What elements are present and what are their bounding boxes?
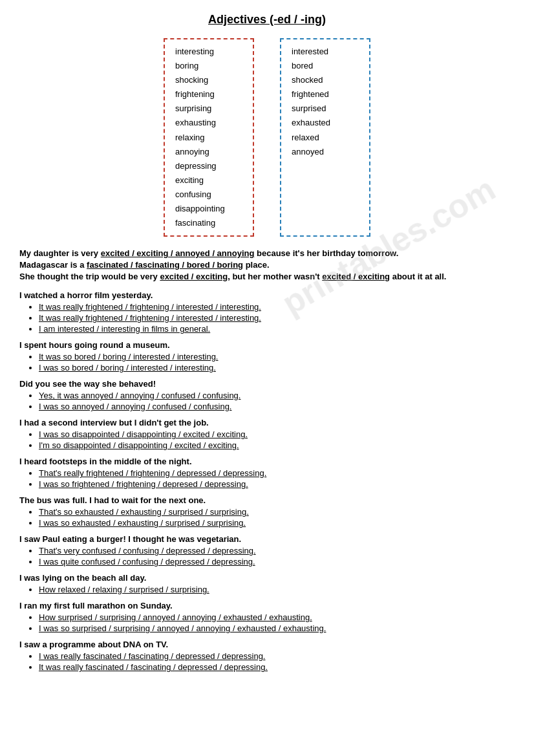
section-title-3: I had a second interview but I didn't ge…	[19, 418, 515, 427]
bullet-9-0: I was really fascinated / fascinating / …	[39, 651, 515, 661]
section-4: I heard footsteps in the middle of the n…	[19, 457, 515, 489]
bullet-7-0: How relaxed / relaxing / surprised / sur…	[39, 585, 515, 594]
section-6: I saw Paul eating a burger! I thought he…	[19, 534, 515, 567]
bullet-2-0: Yes, it was annoyed / annoying / confuse…	[39, 391, 515, 400]
ed-box: interestedboredshockedfrightenedsurprise…	[280, 38, 370, 237]
section-title-2: Did you see the way she behaved!	[19, 379, 515, 389]
ed-word: surprised	[292, 102, 359, 116]
ing-word: surprising	[175, 102, 242, 116]
section-list-0: It was really frightened / frightening /…	[39, 302, 515, 334]
ing-box: interestingboringshockingfrighteningsurp…	[164, 38, 254, 237]
ing-word: shocking	[175, 73, 242, 87]
page-title: Adjectives (-ed / -ing)	[19, 13, 515, 27]
ing-word: annoying	[175, 145, 242, 159]
section-5: The bus was full. I had to wait for the …	[19, 495, 515, 528]
section-list-7: How relaxed / relaxing / surprised / sur…	[39, 585, 515, 594]
ed-word: frightened	[292, 87, 359, 102]
section-9: I saw a programme about DNA on TV.I was …	[19, 640, 515, 672]
section-list-9: I was really fascinated / fascinating / …	[39, 651, 515, 672]
intro-sentence-2: Madagascar is a fascinated / fascinating…	[19, 260, 515, 270]
section-title-1: I spent hours going round a museum.	[19, 340, 515, 350]
section-list-4: That's really frightened / frightening /…	[39, 468, 515, 489]
section-7: I was lying on the beach all day.How rel…	[19, 573, 515, 594]
section-title-8: I ran my first full marathon on Sunday.	[19, 601, 515, 610]
section-title-4: I heard footsteps in the middle of the n…	[19, 457, 515, 466]
section-list-1: It was so bored / boring / interested / …	[39, 352, 515, 373]
bullet-5-0: That's so exhausted / exhausting / surpr…	[39, 507, 515, 517]
bullet-0-1: It was really frightened / frightening /…	[39, 313, 515, 323]
ed-word: relaxed	[292, 131, 359, 145]
bullet-1-1: I was so bored / boring / interested / i…	[39, 363, 515, 373]
section-list-2: Yes, it was annoyed / annoying / confuse…	[39, 391, 515, 411]
bullet-6-0: That's very confused / confusing / depre…	[39, 546, 515, 556]
bullet-3-1: I'm so disappointed / disappointing / ex…	[39, 440, 515, 450]
bullet-1-0: It was so bored / boring / interested / …	[39, 352, 515, 362]
bullet-3-0: I was so disappointed / disappointing / …	[39, 429, 515, 439]
ing-word: frightening	[175, 87, 242, 102]
bullet-8-0: How surprised / surprising / annoyed / a…	[39, 612, 515, 622]
section-title-0: I watched a horror film yesterday.	[19, 290, 515, 300]
ed-word: exhausted	[292, 116, 359, 130]
section-list-6: That's very confused / confusing / depre…	[39, 546, 515, 567]
section-title-7: I was lying on the beach all day.	[19, 573, 515, 583]
intro-sentences: My daughter is very excited / exciting /…	[19, 248, 515, 281]
ing-word: interesting	[175, 45, 242, 59]
section-3: I had a second interview but I didn't ge…	[19, 418, 515, 450]
bullet-0-2: I am interested / interesting in films i…	[39, 324, 515, 334]
ed-word: shocked	[292, 73, 359, 87]
ing-word: disappointing	[175, 202, 242, 216]
intro-sentence-3: She thought the trip would be very excit…	[19, 272, 515, 281]
intro-sentence-1: My daughter is very excited / exciting /…	[19, 248, 515, 258]
ing-word: confusing	[175, 188, 242, 202]
bullet-4-1: I was so frightened / frightening / depr…	[39, 479, 515, 489]
section-title-5: The bus was full. I had to wait for the …	[19, 495, 515, 505]
vocab-boxes: interestingboringshockingfrighteningsurp…	[19, 38, 515, 237]
bullet-8-1: I was so surprised / surprising / annoye…	[39, 623, 515, 633]
section-2: Did you see the way she behaved!Yes, it …	[19, 379, 515, 411]
section-8: I ran my first full marathon on Sunday.H…	[19, 601, 515, 633]
ing-word: depressing	[175, 159, 242, 173]
ed-word: bored	[292, 59, 359, 73]
ing-word: boring	[175, 59, 242, 73]
section-title-9: I saw a programme about DNA on TV.	[19, 640, 515, 649]
ing-word: fascinating	[175, 216, 242, 230]
section-1: I spent hours going round a museum.It wa…	[19, 340, 515, 373]
ing-word: relaxing	[175, 131, 242, 145]
section-list-3: I was so disappointed / disappointing / …	[39, 429, 515, 450]
bullet-0-0: It was really frightened / frightening /…	[39, 302, 515, 312]
bullet-4-0: That's really frightened / frightening /…	[39, 468, 515, 478]
bullet-9-1: It was really fascinated / fascinating /…	[39, 662, 515, 672]
section-list-8: How surprised / surprising / annoyed / a…	[39, 612, 515, 633]
sections-container: I watched a horror film yesterday.It was…	[19, 290, 515, 672]
ing-word: exhausting	[175, 116, 242, 130]
bullet-2-1: I was so annoyed / annoying / confused /…	[39, 402, 515, 411]
bullet-6-1: I was quite confused / confusing / depre…	[39, 557, 515, 567]
bullet-5-1: I was so exhausted / exhausting / surpri…	[39, 518, 515, 528]
section-list-5: That's so exhausted / exhausting / surpr…	[39, 507, 515, 528]
ed-word: annoyed	[292, 145, 359, 159]
ed-word: interested	[292, 45, 359, 59]
section-title-6: I saw Paul eating a burger! I thought he…	[19, 534, 515, 544]
section-0: I watched a horror film yesterday.It was…	[19, 290, 515, 334]
ing-word: exciting	[175, 173, 242, 188]
